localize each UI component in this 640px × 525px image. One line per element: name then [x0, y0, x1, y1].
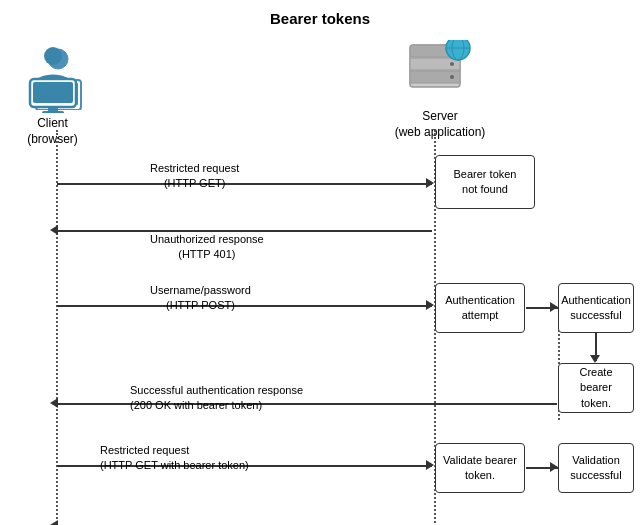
client-figure: Client (browser) — [10, 43, 95, 147]
box-validate-bearer: Validate bearer token. — [435, 443, 525, 493]
box-validation-successful: Validation successful — [558, 443, 634, 493]
box-create-bearer: Create bearer token. — [558, 363, 634, 413]
svg-point-17 — [446, 40, 470, 60]
client-label: Client (browser) — [10, 116, 95, 147]
label-restricted-request: Restricted request (HTTP GET) — [150, 161, 239, 192]
svg-rect-7 — [33, 82, 73, 103]
arrow-line-1 — [57, 183, 432, 185]
arrowhead-4 — [550, 302, 558, 312]
diagram: Client (browser) Server (web application… — [0, 35, 640, 525]
box-auth-attempt: Authentication attempt — [435, 283, 525, 333]
server-figure: Server (web application) — [390, 40, 490, 140]
arrowhead-6 — [50, 398, 58, 408]
arrowhead-2 — [50, 225, 58, 235]
svg-point-5 — [44, 47, 62, 65]
server-label: Server (web application) — [390, 109, 490, 140]
label-success-auth: Successful authentication response (200 … — [130, 383, 303, 414]
svg-point-15 — [450, 62, 454, 66]
arrowhead-5 — [590, 355, 600, 363]
arrowhead-9 — [50, 520, 58, 525]
page-title: Bearer tokens — [0, 0, 640, 27]
label-unauthorized: Unauthorized response (HTTP 401) — [150, 232, 264, 263]
arrowhead-8 — [550, 462, 558, 472]
arrowhead-7 — [426, 460, 434, 470]
label-restricted-req2: Restricted request (HTTP GET with bearer… — [100, 443, 249, 474]
svg-rect-9 — [42, 111, 64, 113]
box-auth-successful: Authentication successful — [558, 283, 634, 333]
label-username-password: Username/password (HTTP POST) — [150, 283, 251, 314]
arrowhead-1 — [426, 178, 434, 188]
svg-point-16 — [450, 75, 454, 79]
box-bearer-not-found: Bearer token not found — [435, 155, 535, 209]
arrowhead-3 — [426, 300, 434, 310]
